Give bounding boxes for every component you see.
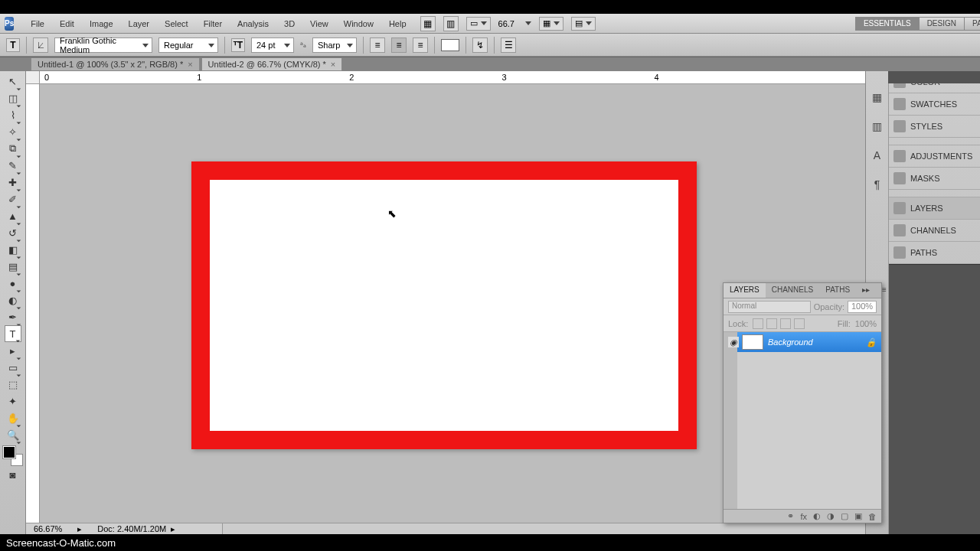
eraser-tool[interactable]: ◧ <box>5 241 21 258</box>
menu-select[interactable]: Select <box>157 19 196 28</box>
zoom-value[interactable]: 66.7 <box>498 19 514 28</box>
menu-file[interactable]: File <box>23 19 52 28</box>
ruler-origin[interactable] <box>26 71 40 84</box>
path-select-tool[interactable]: ▸ <box>5 342 21 359</box>
shape-tool[interactable]: ▭ <box>5 359 21 376</box>
hand-tool[interactable]: ✋ <box>5 409 21 426</box>
arrange-dropdown[interactable]: ▦ <box>539 17 564 31</box>
doc-tab-2[interactable]: Untitled-2 @ 66.7% (CMYK/8) *× <box>201 57 343 71</box>
gradient-tool[interactable]: ▤ <box>5 258 21 275</box>
panel-masks[interactable]: MASKS <box>889 168 980 190</box>
status-doc[interactable]: Doc: 2.40M/1.20M <box>97 524 166 533</box>
panel-layers[interactable]: LAYERS <box>889 197 980 220</box>
doc-tab-1[interactable]: Untitled-1 @ 100% (3.5" x 2", RGB/8) *× <box>31 57 200 71</box>
layer-row[interactable]: ◉ Background 🔒 <box>737 332 881 352</box>
font-size-icon: ᵀT <box>231 38 245 52</box>
pen-tool[interactable]: ✒ <box>5 308 21 325</box>
workspace-essentials[interactable]: ESSENTIALS <box>855 17 920 31</box>
align-center-icon[interactable]: ≡ <box>391 37 407 53</box>
menu-layer[interactable]: Layer <box>121 19 158 28</box>
workspace-painting[interactable]: PAINTING <box>964 17 980 31</box>
blur-tool[interactable]: ● <box>5 275 21 292</box>
close-icon[interactable]: × <box>188 60 192 69</box>
ruler-vertical[interactable] <box>26 84 40 534</box>
panel-collapse-icon[interactable]: ▸▸ <box>856 283 876 298</box>
orientation-icon[interactable]: ⟀ <box>33 37 48 53</box>
panel-paths[interactable]: PATHS <box>889 242 980 264</box>
group-icon[interactable]: ▢ <box>841 511 848 521</box>
minibridge-panel-icon[interactable]: ▦ <box>870 90 885 105</box>
new-layer-icon[interactable]: ▣ <box>854 511 862 521</box>
history-panel-icon[interactable]: ▥ <box>870 119 885 134</box>
antialias-select[interactable]: Sharp <box>312 37 357 53</box>
menu-analysis[interactable]: Analysis <box>230 19 276 28</box>
warp-text-icon[interactable]: ↯ <box>472 37 488 53</box>
channels-tab[interactable]: CHANNELS <box>766 283 819 298</box>
screen-mode-dropdown[interactable]: ▭ <box>466 17 491 31</box>
fill-input[interactable]: 100% <box>855 319 877 328</box>
adjustment-layer-icon[interactable]: ◑ <box>827 511 835 521</box>
tool-preset[interactable]: T <box>6 38 20 52</box>
quickmask-icon[interactable]: ◙ <box>5 466 21 483</box>
character-panel-icon[interactable]: A <box>870 148 885 163</box>
delete-layer-icon[interactable]: 🗑 <box>868 512 877 521</box>
type-tool[interactable]: T <box>5 325 21 342</box>
paragraph-panel-icon[interactable]: ¶ <box>870 177 885 192</box>
color-swatches[interactable] <box>3 446 23 466</box>
menu-window[interactable]: Window <box>336 19 381 28</box>
char-panel-icon[interactable]: ☰ <box>501 37 516 53</box>
document-canvas[interactable] <box>191 161 697 449</box>
ruler-horizontal[interactable]: 01234 <box>40 71 865 84</box>
menu-bar: Ps File Edit Image Layer Select Filter A… <box>0 14 980 34</box>
menu-3d[interactable]: 3D <box>276 19 302 28</box>
minibridge-icon[interactable]: ▥ <box>443 16 459 31</box>
panel-menu-icon[interactable]: ≡ <box>876 283 893 298</box>
heal-tool[interactable]: ✚ <box>5 174 21 191</box>
move-tool[interactable]: ↖ <box>5 73 21 90</box>
3d-camera-tool[interactable]: ✦ <box>5 393 21 409</box>
extras-dropdown[interactable]: ▤ <box>571 17 596 31</box>
visibility-icon[interactable]: ◉ <box>728 337 739 347</box>
zoom-tool[interactable]: 🔍 <box>5 426 21 443</box>
align-right-icon[interactable]: ≡ <box>413 37 428 53</box>
layers-tab[interactable]: LAYERS <box>724 283 766 298</box>
panel-swatches[interactable]: SWATCHES <box>889 93 980 116</box>
opacity-input[interactable]: 100% <box>848 301 877 313</box>
workspace-design[interactable]: DESIGN <box>919 17 965 31</box>
marquee-tool[interactable]: ◫ <box>5 90 21 106</box>
fx-icon[interactable]: fx <box>800 512 807 521</box>
3d-tool[interactable]: ⬚ <box>5 376 21 393</box>
lasso-tool[interactable]: ⌇ <box>5 106 21 123</box>
wand-tool[interactable]: ✧ <box>5 123 21 140</box>
brush-tool[interactable]: ✐ <box>5 191 21 207</box>
crop-tool[interactable]: ⧉ <box>5 140 21 157</box>
blend-mode-select[interactable]: Normal <box>728 301 811 313</box>
lock-buttons[interactable] <box>753 318 805 329</box>
mask-icon[interactable]: ◐ <box>813 511 821 521</box>
dodge-tool[interactable]: ◐ <box>5 292 21 308</box>
font-size-select[interactable]: 24 pt <box>251 37 294 53</box>
status-zoom[interactable]: 66.67% <box>34 524 62 533</box>
stamp-tool[interactable]: ▲ <box>5 207 21 224</box>
panel-channels[interactable]: CHANNELS <box>889 220 980 242</box>
menu-filter[interactable]: Filter <box>196 19 230 28</box>
close-icon[interactable]: × <box>331 60 335 69</box>
link-layers-icon[interactable]: ⚭ <box>787 511 794 521</box>
panel-styles[interactable]: STYLES <box>889 116 980 138</box>
scrollbar-h[interactable] <box>222 523 865 534</box>
layer-name[interactable]: Background <box>768 337 813 347</box>
text-color-swatch[interactable] <box>441 39 459 51</box>
align-left-icon[interactable]: ≡ <box>370 37 385 53</box>
menu-image[interactable]: Image <box>82 19 121 28</box>
menu-help[interactable]: Help <box>381 19 414 28</box>
font-family-select[interactable]: Franklin Gothic Medium <box>54 37 152 53</box>
menu-edit[interactable]: Edit <box>52 19 82 28</box>
eyedropper-tool[interactable]: ✎ <box>5 157 21 174</box>
font-style-select[interactable]: Regular <box>158 37 218 53</box>
layer-thumbnail[interactable] <box>742 334 763 350</box>
bridge-icon[interactable]: ▦ <box>420 16 436 31</box>
paths-tab[interactable]: PATHS <box>819 283 856 298</box>
panel-adjustments[interactable]: ADJUSTMENTS <box>889 145 980 168</box>
history-brush-tool[interactable]: ↺ <box>5 224 21 241</box>
menu-view[interactable]: View <box>302 19 336 28</box>
